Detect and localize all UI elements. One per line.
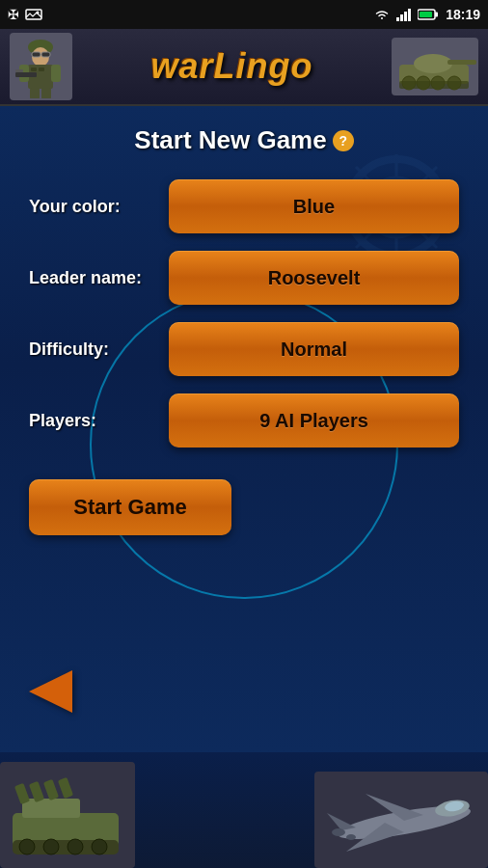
status-left-icons: ✠ xyxy=(8,7,42,22)
signal-icon xyxy=(396,8,412,21)
difficulty-button[interactable]: Normal xyxy=(169,322,459,376)
svg-rect-4 xyxy=(404,12,407,21)
svg-rect-15 xyxy=(39,68,44,71)
color-button[interactable]: Blue xyxy=(169,179,459,233)
svg-rect-24 xyxy=(447,60,476,65)
svg-rect-21 xyxy=(41,88,51,98)
back-button[interactable] xyxy=(29,670,82,714)
svg-point-46 xyxy=(92,839,107,854)
svg-rect-37 xyxy=(22,799,80,818)
difficulty-row: Difficulty: Normal xyxy=(29,322,459,376)
footer xyxy=(0,752,488,868)
battery-icon xyxy=(418,8,439,21)
svg-rect-29 xyxy=(399,81,469,89)
players-row: Players: 9 AI Players xyxy=(29,393,459,448)
missile-launcher-svg xyxy=(3,765,133,866)
svg-rect-3 xyxy=(400,14,403,21)
start-game-row: Start Game xyxy=(29,479,459,535)
svg-rect-8 xyxy=(420,12,432,17)
svg-rect-17 xyxy=(51,65,61,82)
page-title-row: Start New Game ? xyxy=(29,125,459,155)
color-label: Your color: xyxy=(29,197,169,217)
difficulty-label: Difficulty: xyxy=(29,339,169,360)
svg-rect-2 xyxy=(396,17,399,21)
header-soldier-image xyxy=(10,33,72,100)
svg-rect-14 xyxy=(31,68,37,71)
time-display: 18:19 xyxy=(446,7,480,22)
svg-marker-51 xyxy=(327,813,356,830)
players-label: Players: xyxy=(29,411,169,431)
svg-point-23 xyxy=(414,54,452,73)
tank-svg xyxy=(394,41,476,94)
header-tank-image xyxy=(392,38,478,95)
svg-point-44 xyxy=(43,839,59,854)
start-game-button[interactable]: Start Game xyxy=(29,479,231,535)
svg-rect-38 xyxy=(14,782,29,803)
svg-point-53 xyxy=(346,834,356,840)
players-button[interactable]: 9 AI Players xyxy=(169,393,459,448)
svg-rect-18 xyxy=(15,72,37,77)
svg-rect-19 xyxy=(15,69,23,72)
page-title: Start New Game xyxy=(134,125,326,155)
status-bar: ✠ 18:19 xyxy=(0,0,488,29)
svg-rect-20 xyxy=(30,88,40,98)
leader-row: Leader name: Roosevelt xyxy=(29,251,459,305)
back-arrow-icon xyxy=(29,670,72,713)
app-logo: warLingo xyxy=(72,46,392,87)
main-content: Start New Game ? Your color: Blue Leader… xyxy=(0,106,488,752)
usb-icon: ✠ xyxy=(8,7,19,22)
footer-vehicle-right xyxy=(314,772,488,868)
app-header: warLingo xyxy=(0,29,488,106)
soldier-svg xyxy=(14,36,68,98)
footer-vehicle-left xyxy=(0,762,135,868)
svg-point-1 xyxy=(37,12,40,14)
jet-svg xyxy=(317,774,486,866)
svg-rect-5 xyxy=(408,9,411,21)
leader-label: Leader name: xyxy=(29,268,169,288)
svg-rect-40 xyxy=(42,778,58,800)
svg-rect-11 xyxy=(32,52,41,57)
svg-point-43 xyxy=(19,839,35,854)
image-icon xyxy=(25,8,42,21)
color-row: Your color: Blue xyxy=(29,179,459,233)
wifi-icon xyxy=(373,8,391,21)
leader-button[interactable]: Roosevelt xyxy=(169,251,459,305)
logo-text: warLingo xyxy=(151,46,313,87)
svg-rect-7 xyxy=(435,13,438,17)
status-right-icons: 18:19 xyxy=(373,7,480,22)
svg-rect-41 xyxy=(57,776,72,798)
help-icon[interactable]: ? xyxy=(333,130,354,151)
svg-point-45 xyxy=(68,839,83,854)
svg-rect-12 xyxy=(41,52,50,57)
svg-point-52 xyxy=(332,828,345,836)
